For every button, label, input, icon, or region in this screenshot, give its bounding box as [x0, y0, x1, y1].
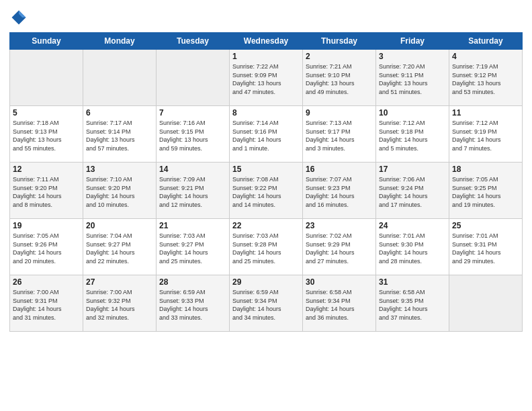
calendar-cell: 12Sunrise: 7:11 AM Sunset: 9:20 PM Dayli… — [10, 163, 83, 219]
day-number: 22 — [232, 221, 300, 230]
day-info: Sunrise: 6:58 AM Sunset: 9:35 PM Dayligh… — [379, 288, 446, 322]
day-number: 13 — [86, 165, 153, 174]
calendar-cell: 26Sunrise: 7:00 AM Sunset: 9:31 PM Dayli… — [10, 275, 83, 332]
calendar-cell: 3Sunrise: 7:20 AM Sunset: 9:11 PM Daylig… — [376, 50, 449, 106]
weekday-header-wednesday: Wednesday — [230, 33, 303, 50]
calendar-header: SundayMondayTuesdayWednesdayThursdayFrid… — [10, 33, 523, 50]
day-info: Sunrise: 6:59 AM Sunset: 9:33 PM Dayligh… — [159, 288, 226, 322]
day-number: 27 — [86, 277, 153, 287]
calendar-cell: 25Sunrise: 7:01 AM Sunset: 9:31 PM Dayli… — [449, 219, 523, 275]
calendar-cell: 8Sunrise: 7:14 AM Sunset: 9:16 PM Daylig… — [230, 106, 303, 163]
day-number: 3 — [379, 52, 446, 61]
day-number: 9 — [306, 108, 373, 118]
day-number: 1 — [232, 52, 300, 61]
calendar-cell — [157, 50, 230, 106]
day-info: Sunrise: 7:01 AM Sunset: 9:31 PM Dayligh… — [452, 232, 519, 265]
calendar-cell: 4Sunrise: 7:19 AM Sunset: 9:12 PM Daylig… — [449, 50, 523, 106]
day-number: 15 — [232, 165, 300, 174]
calendar-cell: 29Sunrise: 6:59 AM Sunset: 9:34 PM Dayli… — [230, 275, 303, 332]
calendar-week-row: 1Sunrise: 7:22 AM Sunset: 9:09 PM Daylig… — [10, 50, 523, 106]
day-number: 19 — [13, 221, 80, 230]
day-info: Sunrise: 7:17 AM Sunset: 9:14 PM Dayligh… — [86, 119, 153, 152]
calendar-cell — [83, 50, 157, 106]
day-info: Sunrise: 6:59 AM Sunset: 9:34 PM Dayligh… — [232, 288, 300, 322]
calendar-cell: 13Sunrise: 7:10 AM Sunset: 9:20 PM Dayli… — [83, 163, 157, 219]
day-info: Sunrise: 7:13 AM Sunset: 9:17 PM Dayligh… — [306, 119, 373, 152]
calendar: SundayMondayTuesdayWednesdayThursdayFrid… — [9, 32, 523, 332]
calendar-cell: 6Sunrise: 7:17 AM Sunset: 9:14 PM Daylig… — [83, 106, 157, 163]
day-number: 31 — [379, 277, 446, 287]
calendar-cell: 7Sunrise: 7:16 AM Sunset: 9:15 PM Daylig… — [157, 106, 230, 163]
day-info: Sunrise: 7:14 AM Sunset: 9:16 PM Dayligh… — [232, 119, 300, 152]
calendar-cell: 28Sunrise: 6:59 AM Sunset: 9:33 PM Dayli… — [157, 275, 230, 332]
day-info: Sunrise: 7:11 AM Sunset: 9:20 PM Dayligh… — [13, 175, 80, 209]
calendar-cell: 20Sunrise: 7:04 AM Sunset: 9:27 PM Dayli… — [83, 219, 157, 275]
day-number: 14 — [159, 165, 226, 174]
day-number: 29 — [232, 277, 300, 287]
calendar-cell: 5Sunrise: 7:18 AM Sunset: 9:13 PM Daylig… — [10, 106, 83, 163]
weekday-header-tuesday: Tuesday — [157, 33, 230, 50]
day-number: 4 — [452, 52, 519, 61]
day-number: 2 — [306, 52, 373, 61]
day-info: Sunrise: 7:00 AM Sunset: 9:31 PM Dayligh… — [13, 288, 80, 322]
page: SundayMondayTuesdayWednesdayThursdayFrid… — [0, 0, 532, 411]
weekday-header-thursday: Thursday — [303, 33, 376, 50]
calendar-body: 1Sunrise: 7:22 AM Sunset: 9:09 PM Daylig… — [10, 50, 523, 332]
day-number: 23 — [306, 221, 373, 230]
day-number: 21 — [159, 221, 226, 230]
day-number: 30 — [306, 277, 373, 287]
calendar-cell — [10, 50, 83, 106]
calendar-cell: 14Sunrise: 7:09 AM Sunset: 9:21 PM Dayli… — [157, 163, 230, 219]
calendar-cell: 19Sunrise: 7:05 AM Sunset: 9:26 PM Dayli… — [10, 219, 83, 275]
day-info: Sunrise: 7:12 AM Sunset: 9:18 PM Dayligh… — [379, 119, 446, 152]
day-info: Sunrise: 7:20 AM Sunset: 9:11 PM Dayligh… — [379, 62, 446, 96]
day-number: 20 — [86, 221, 153, 230]
day-number: 16 — [306, 165, 373, 174]
calendar-cell: 9Sunrise: 7:13 AM Sunset: 9:17 PM Daylig… — [303, 106, 376, 163]
calendar-cell: 10Sunrise: 7:12 AM Sunset: 9:18 PM Dayli… — [376, 106, 449, 163]
day-number: 18 — [452, 165, 519, 174]
logo — [9, 8, 31, 27]
day-info: Sunrise: 7:05 AM Sunset: 9:25 PM Dayligh… — [452, 175, 519, 209]
calendar-week-row: 5Sunrise: 7:18 AM Sunset: 9:13 PM Daylig… — [10, 106, 523, 163]
day-number: 5 — [13, 108, 80, 118]
weekday-header-sunday: Sunday — [10, 33, 83, 50]
calendar-cell: 11Sunrise: 7:12 AM Sunset: 9:19 PM Dayli… — [449, 106, 523, 163]
calendar-cell — [449, 275, 523, 332]
day-number: 6 — [86, 108, 153, 118]
day-info: Sunrise: 7:02 AM Sunset: 9:29 PM Dayligh… — [306, 232, 373, 265]
day-info: Sunrise: 7:22 AM Sunset: 9:09 PM Dayligh… — [232, 62, 300, 96]
day-info: Sunrise: 7:03 AM Sunset: 9:28 PM Dayligh… — [232, 232, 300, 265]
calendar-week-row: 19Sunrise: 7:05 AM Sunset: 9:26 PM Dayli… — [10, 219, 523, 275]
calendar-cell: 31Sunrise: 6:58 AM Sunset: 9:35 PM Dayli… — [376, 275, 449, 332]
weekday-header-monday: Monday — [83, 33, 157, 50]
day-info: Sunrise: 7:18 AM Sunset: 9:13 PM Dayligh… — [13, 119, 80, 152]
calendar-week-row: 26Sunrise: 7:00 AM Sunset: 9:31 PM Dayli… — [10, 275, 523, 332]
weekday-header-saturday: Saturday — [449, 33, 523, 50]
day-info: Sunrise: 7:21 AM Sunset: 9:10 PM Dayligh… — [306, 62, 373, 96]
day-info: Sunrise: 7:00 AM Sunset: 9:32 PM Dayligh… — [86, 288, 153, 322]
day-number: 10 — [379, 108, 446, 118]
calendar-cell: 15Sunrise: 7:08 AM Sunset: 9:22 PM Dayli… — [230, 163, 303, 219]
day-number: 17 — [379, 165, 446, 174]
calendar-cell: 18Sunrise: 7:05 AM Sunset: 9:25 PM Dayli… — [449, 163, 523, 219]
header — [9, 8, 523, 27]
day-info: Sunrise: 7:09 AM Sunset: 9:21 PM Dayligh… — [159, 175, 226, 209]
day-info: Sunrise: 7:03 AM Sunset: 9:27 PM Dayligh… — [159, 232, 226, 265]
day-info: Sunrise: 7:19 AM Sunset: 9:12 PM Dayligh… — [452, 62, 519, 96]
day-number: 25 — [452, 221, 519, 230]
calendar-cell: 30Sunrise: 6:58 AM Sunset: 9:34 PM Dayli… — [303, 275, 376, 332]
day-info: Sunrise: 7:04 AM Sunset: 9:27 PM Dayligh… — [86, 232, 153, 265]
day-number: 24 — [379, 221, 446, 230]
day-number: 12 — [13, 165, 80, 174]
day-number: 8 — [232, 108, 300, 118]
calendar-cell: 24Sunrise: 7:01 AM Sunset: 9:30 PM Dayli… — [376, 219, 449, 275]
calendar-cell: 16Sunrise: 7:07 AM Sunset: 9:23 PM Dayli… — [303, 163, 376, 219]
day-info: Sunrise: 7:07 AM Sunset: 9:23 PM Dayligh… — [306, 175, 373, 209]
calendar-cell: 21Sunrise: 7:03 AM Sunset: 9:27 PM Dayli… — [157, 219, 230, 275]
calendar-cell: 17Sunrise: 7:06 AM Sunset: 9:24 PM Dayli… — [376, 163, 449, 219]
day-info: Sunrise: 7:06 AM Sunset: 9:24 PM Dayligh… — [379, 175, 446, 209]
calendar-cell: 22Sunrise: 7:03 AM Sunset: 9:28 PM Dayli… — [230, 219, 303, 275]
day-info: Sunrise: 7:05 AM Sunset: 9:26 PM Dayligh… — [13, 232, 80, 265]
day-number: 26 — [13, 277, 80, 287]
